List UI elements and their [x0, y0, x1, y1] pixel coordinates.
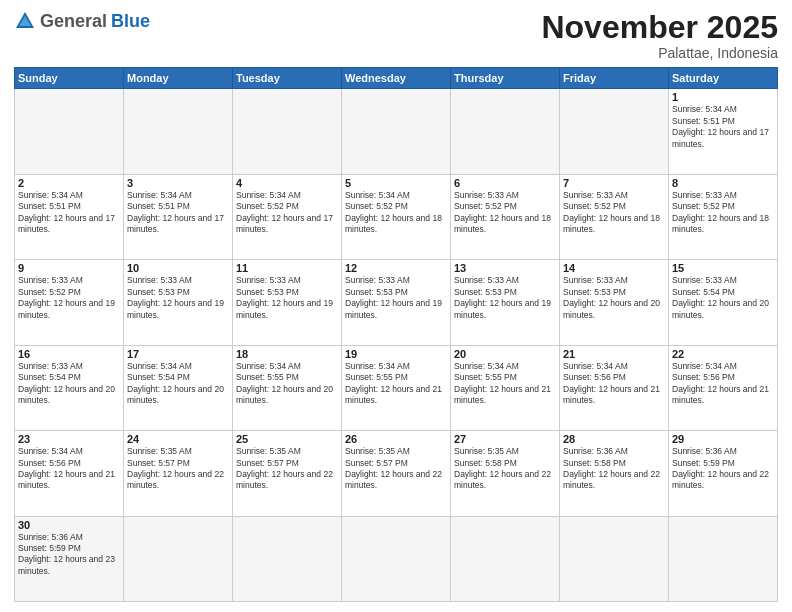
day-info: Sunrise: 5:33 AMSunset: 5:52 PMDaylight:…	[18, 275, 120, 321]
weekday-header-saturday: Saturday	[669, 68, 778, 89]
day-number: 5	[345, 177, 447, 189]
day-number: 11	[236, 262, 338, 274]
day-number: 15	[672, 262, 774, 274]
calendar-cell: 26Sunrise: 5:35 AMSunset: 5:57 PMDayligh…	[342, 431, 451, 516]
day-info: Sunrise: 5:35 AMSunset: 5:58 PMDaylight:…	[454, 446, 556, 492]
day-number: 8	[672, 177, 774, 189]
day-number: 1	[672, 91, 774, 103]
day-info: Sunrise: 5:36 AMSunset: 5:59 PMDaylight:…	[672, 446, 774, 492]
day-number: 12	[345, 262, 447, 274]
calendar-row-5: 30Sunrise: 5:36 AMSunset: 5:59 PMDayligh…	[15, 516, 778, 601]
day-info: Sunrise: 5:34 AMSunset: 5:56 PMDaylight:…	[672, 361, 774, 407]
calendar-cell: 9Sunrise: 5:33 AMSunset: 5:52 PMDaylight…	[15, 260, 124, 345]
day-number: 26	[345, 433, 447, 445]
day-info: Sunrise: 5:33 AMSunset: 5:53 PMDaylight:…	[563, 275, 665, 321]
calendar-cell	[342, 89, 451, 174]
weekday-header-wednesday: Wednesday	[342, 68, 451, 89]
calendar-cell: 22Sunrise: 5:34 AMSunset: 5:56 PMDayligh…	[669, 345, 778, 430]
month-title: November 2025	[541, 10, 778, 45]
calendar-cell: 15Sunrise: 5:33 AMSunset: 5:54 PMDayligh…	[669, 260, 778, 345]
day-number: 29	[672, 433, 774, 445]
calendar-cell	[15, 89, 124, 174]
calendar-cell: 25Sunrise: 5:35 AMSunset: 5:57 PMDayligh…	[233, 431, 342, 516]
calendar-row-1: 2Sunrise: 5:34 AMSunset: 5:51 PMDaylight…	[15, 174, 778, 259]
day-info: Sunrise: 5:33 AMSunset: 5:52 PMDaylight:…	[672, 190, 774, 236]
calendar-cell	[451, 516, 560, 601]
calendar-cell: 28Sunrise: 5:36 AMSunset: 5:58 PMDayligh…	[560, 431, 669, 516]
calendar-cell: 19Sunrise: 5:34 AMSunset: 5:55 PMDayligh…	[342, 345, 451, 430]
day-info: Sunrise: 5:33 AMSunset: 5:53 PMDaylight:…	[236, 275, 338, 321]
day-info: Sunrise: 5:33 AMSunset: 5:53 PMDaylight:…	[127, 275, 229, 321]
calendar-cell	[560, 516, 669, 601]
day-info: Sunrise: 5:34 AMSunset: 5:56 PMDaylight:…	[563, 361, 665, 407]
day-number: 14	[563, 262, 665, 274]
header: GeneralBlue November 2025 Palattae, Indo…	[14, 10, 778, 61]
calendar-cell: 14Sunrise: 5:33 AMSunset: 5:53 PMDayligh…	[560, 260, 669, 345]
day-number: 27	[454, 433, 556, 445]
day-info: Sunrise: 5:33 AMSunset: 5:54 PMDaylight:…	[18, 361, 120, 407]
calendar-row-3: 16Sunrise: 5:33 AMSunset: 5:54 PMDayligh…	[15, 345, 778, 430]
weekday-header-sunday: Sunday	[15, 68, 124, 89]
calendar-cell	[124, 89, 233, 174]
calendar-cell: 29Sunrise: 5:36 AMSunset: 5:59 PMDayligh…	[669, 431, 778, 516]
day-number: 10	[127, 262, 229, 274]
day-info: Sunrise: 5:33 AMSunset: 5:52 PMDaylight:…	[563, 190, 665, 236]
day-number: 6	[454, 177, 556, 189]
weekday-header-monday: Monday	[124, 68, 233, 89]
logo-blue: Blue	[111, 11, 150, 32]
day-number: 21	[563, 348, 665, 360]
day-number: 19	[345, 348, 447, 360]
logo-area: GeneralBlue	[14, 10, 150, 32]
calendar-cell: 27Sunrise: 5:35 AMSunset: 5:58 PMDayligh…	[451, 431, 560, 516]
day-info: Sunrise: 5:33 AMSunset: 5:52 PMDaylight:…	[454, 190, 556, 236]
day-number: 4	[236, 177, 338, 189]
calendar-cell: 4Sunrise: 5:34 AMSunset: 5:52 PMDaylight…	[233, 174, 342, 259]
day-number: 17	[127, 348, 229, 360]
day-number: 28	[563, 433, 665, 445]
day-info: Sunrise: 5:34 AMSunset: 5:54 PMDaylight:…	[127, 361, 229, 407]
day-number: 3	[127, 177, 229, 189]
calendar-cell	[233, 89, 342, 174]
calendar-row-0: 1Sunrise: 5:34 AMSunset: 5:51 PMDaylight…	[15, 89, 778, 174]
calendar-cell: 30Sunrise: 5:36 AMSunset: 5:59 PMDayligh…	[15, 516, 124, 601]
page: GeneralBlue November 2025 Palattae, Indo…	[0, 0, 792, 612]
calendar-cell: 10Sunrise: 5:33 AMSunset: 5:53 PMDayligh…	[124, 260, 233, 345]
day-info: Sunrise: 5:36 AMSunset: 5:59 PMDaylight:…	[18, 532, 120, 578]
calendar-cell: 8Sunrise: 5:33 AMSunset: 5:52 PMDaylight…	[669, 174, 778, 259]
weekday-header-friday: Friday	[560, 68, 669, 89]
day-info: Sunrise: 5:34 AMSunset: 5:52 PMDaylight:…	[236, 190, 338, 236]
day-number: 7	[563, 177, 665, 189]
day-number: 9	[18, 262, 120, 274]
day-number: 13	[454, 262, 556, 274]
day-number: 24	[127, 433, 229, 445]
calendar-cell	[669, 516, 778, 601]
day-info: Sunrise: 5:34 AMSunset: 5:51 PMDaylight:…	[127, 190, 229, 236]
day-info: Sunrise: 5:34 AMSunset: 5:51 PMDaylight:…	[672, 104, 774, 150]
day-info: Sunrise: 5:34 AMSunset: 5:55 PMDaylight:…	[345, 361, 447, 407]
calendar-cell: 18Sunrise: 5:34 AMSunset: 5:55 PMDayligh…	[233, 345, 342, 430]
calendar-cell: 7Sunrise: 5:33 AMSunset: 5:52 PMDaylight…	[560, 174, 669, 259]
day-info: Sunrise: 5:34 AMSunset: 5:55 PMDaylight:…	[454, 361, 556, 407]
day-number: 16	[18, 348, 120, 360]
day-info: Sunrise: 5:34 AMSunset: 5:55 PMDaylight:…	[236, 361, 338, 407]
calendar-cell: 24Sunrise: 5:35 AMSunset: 5:57 PMDayligh…	[124, 431, 233, 516]
calendar-cell	[451, 89, 560, 174]
day-number: 2	[18, 177, 120, 189]
calendar-cell: 23Sunrise: 5:34 AMSunset: 5:56 PMDayligh…	[15, 431, 124, 516]
day-number: 23	[18, 433, 120, 445]
calendar-cell: 11Sunrise: 5:33 AMSunset: 5:53 PMDayligh…	[233, 260, 342, 345]
calendar-cell: 1Sunrise: 5:34 AMSunset: 5:51 PMDaylight…	[669, 89, 778, 174]
day-info: Sunrise: 5:35 AMSunset: 5:57 PMDaylight:…	[345, 446, 447, 492]
day-info: Sunrise: 5:33 AMSunset: 5:54 PMDaylight:…	[672, 275, 774, 321]
calendar-table: SundayMondayTuesdayWednesdayThursdayFrid…	[14, 67, 778, 602]
day-info: Sunrise: 5:34 AMSunset: 5:52 PMDaylight:…	[345, 190, 447, 236]
subtitle: Palattae, Indonesia	[541, 45, 778, 61]
day-number: 20	[454, 348, 556, 360]
day-info: Sunrise: 5:34 AMSunset: 5:56 PMDaylight:…	[18, 446, 120, 492]
day-info: Sunrise: 5:35 AMSunset: 5:57 PMDaylight:…	[236, 446, 338, 492]
calendar-cell	[124, 516, 233, 601]
calendar-cell: 17Sunrise: 5:34 AMSunset: 5:54 PMDayligh…	[124, 345, 233, 430]
calendar-cell	[560, 89, 669, 174]
logo-general: General	[40, 11, 107, 32]
weekday-header-tuesday: Tuesday	[233, 68, 342, 89]
